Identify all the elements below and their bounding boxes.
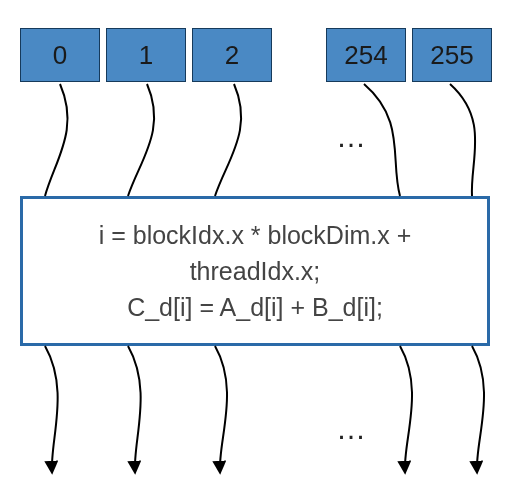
thread-box-2: 2 (192, 28, 272, 82)
thread-box-255: 255 (412, 28, 492, 82)
thread-group-right: 254 255 (326, 28, 492, 82)
ellipsis-top: … (336, 120, 370, 154)
kernel-code-box: i = blockIdx.x * blockDim.x + threadIdx.… (20, 196, 490, 346)
thread-box-1: 1 (106, 28, 186, 82)
ellipsis-bottom: … (336, 412, 370, 446)
code-line-1: i = blockIdx.x * blockDim.x + threadIdx.… (33, 217, 477, 290)
thread-group-left: 0 1 2 (20, 28, 272, 82)
thread-box-0: 0 (20, 28, 100, 82)
code-line-2: C_d[i] = A_d[i] + B_d[i]; (127, 289, 383, 325)
thread-box-254: 254 (326, 28, 406, 82)
thread-row: 0 1 2 254 255 (0, 28, 512, 82)
